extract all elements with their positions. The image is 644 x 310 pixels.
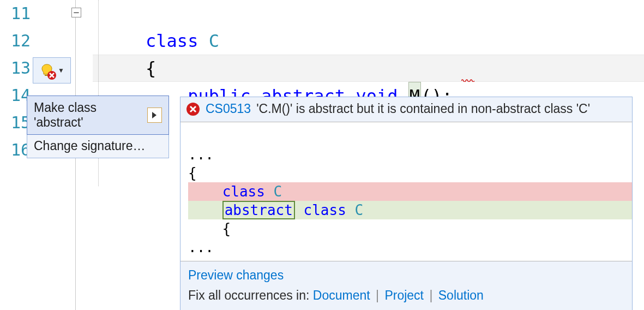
- submenu-expand[interactable]: [147, 108, 162, 123]
- error-code-link[interactable]: CS0513: [206, 102, 251, 116]
- chevron-right-icon: [151, 111, 158, 119]
- chevron-down-icon: ▼: [58, 67, 64, 74]
- brace: {: [146, 58, 156, 79]
- line-number: 11: [0, 0, 34, 27]
- separator: |: [427, 288, 435, 302]
- type-name: C: [209, 31, 219, 51]
- quick-actions-menu: Make class 'abstract' Change signature…: [27, 96, 169, 158]
- diff-added-token: abstract: [222, 201, 295, 219]
- action-make-abstract[interactable]: Make class 'abstract': [27, 96, 169, 135]
- diff-added-line: abstract class C: [188, 201, 632, 219]
- action-change-signature[interactable]: Change signature…: [27, 134, 168, 158]
- fix-scope-project[interactable]: Project: [384, 288, 424, 302]
- error-icon: [186, 102, 200, 116]
- code-editor[interactable]: class C { public abstract void M();: [104, 0, 644, 110]
- diff-line: {: [188, 220, 231, 237]
- error-message: 'C.M()' is abstract but it is contained …: [256, 102, 590, 116]
- diff-ellipsis: ...: [188, 239, 214, 255]
- fix-scope-solution[interactable]: Solution: [438, 288, 484, 302]
- fix-scope-document[interactable]: Document: [313, 288, 370, 302]
- preview-footer: Preview changes Fix all occurrences in: …: [180, 261, 632, 310]
- separator: |: [374, 288, 381, 302]
- keyword-class: class: [146, 31, 198, 51]
- action-label: Make class 'abstract': [34, 100, 147, 130]
- diff-line: {: [188, 165, 197, 181]
- preview-changes-link[interactable]: Preview changes: [188, 268, 284, 282]
- quick-actions-button[interactable]: ▼: [33, 57, 71, 84]
- fix-all-label: Fix all occurrences in:: [188, 288, 309, 302]
- fold-toggle[interactable]: −: [71, 8, 81, 17]
- fix-preview-flyout: CS0513 'C.M()' is abstract but it is con…: [180, 97, 633, 310]
- line-number: 12: [0, 27, 34, 55]
- diff-preview: ... { class C abstract class C { ...: [180, 122, 632, 261]
- minus-icon: −: [74, 8, 80, 17]
- diff-removed-line: class C: [188, 182, 632, 201]
- line-number: 13: [0, 55, 34, 82]
- preview-header: CS0513 'C.M()' is abstract but it is con…: [180, 97, 632, 122]
- diff-ellipsis: ...: [188, 146, 214, 163]
- error-squiggle: [461, 79, 473, 82]
- lightbulb-error-icon: [39, 63, 55, 78]
- action-label: Change signature…: [34, 139, 146, 153]
